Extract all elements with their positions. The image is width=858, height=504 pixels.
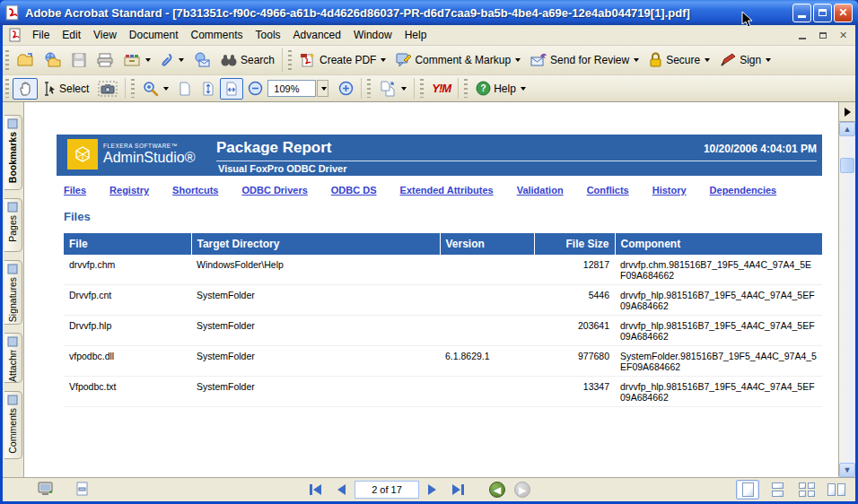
scrollbar-thumb[interactable] (840, 158, 854, 173)
last-page-button[interactable] (452, 484, 464, 495)
column-header-file: File (64, 233, 191, 255)
doc-close-button[interactable]: ✕ (836, 30, 850, 41)
report-nav-link[interactable]: ODBC DS (331, 185, 377, 196)
acrobat-window: Adobe Acrobat Standard - [7b31351c-f90c-… (0, 0, 858, 504)
fit-width-button[interactable] (220, 78, 243, 100)
actual-size-button[interactable] (173, 78, 197, 100)
document-pane[interactable]: FLEXERA SOFTWARE™ AdminStudio® Package R… (24, 102, 838, 477)
next-page-button[interactable] (428, 484, 436, 495)
zoom-level-input[interactable]: 109% (267, 80, 316, 97)
page-indicator-value: 2 of 17 (372, 484, 402, 495)
scrollbar-track[interactable] (839, 136, 855, 463)
create-pdf-icon (300, 52, 317, 68)
scroll-up-button[interactable]: ▲ (839, 122, 855, 136)
facing-layout-button[interactable] (825, 480, 848, 500)
single-page-layout-button[interactable] (736, 480, 759, 500)
column-header-version: Version (440, 233, 534, 255)
report-nav-link[interactable]: History (652, 185, 687, 196)
minimize-button[interactable] (792, 4, 811, 22)
toolbar-grip[interactable] (420, 79, 424, 97)
scroll-down-button[interactable]: ▼ (839, 463, 855, 477)
report-nav-link[interactable]: Shortcuts (172, 185, 218, 196)
zoom-out-button[interactable] (243, 78, 267, 99)
nav-tab-icon (7, 202, 18, 213)
search-button[interactable]: Search (215, 50, 279, 70)
save-button[interactable] (66, 49, 92, 71)
table-row: Drvvfp.cnt SystemFolder 5446 drvvfp_hlp.… (64, 285, 822, 316)
comment-markup-button[interactable]: Comment & Markup (390, 49, 525, 71)
toolbar-grip[interactable] (464, 79, 468, 97)
send-for-review-button[interactable]: Send for Review (525, 49, 644, 71)
menu-item[interactable]: Window (347, 26, 398, 44)
report-nav-link[interactable]: Validation (517, 185, 564, 196)
cell-component: drvvfp_hlp.981516B7_19F5_4A4C_97A4_5EF09… (615, 377, 822, 407)
menu-item[interactable]: Advanced (287, 26, 347, 44)
report-nav-link[interactable]: Extended Attributes (400, 185, 494, 196)
nav-panel-tab[interactable]: Pages (4, 198, 22, 252)
help-button[interactable]: ? Help (471, 78, 530, 99)
fit-page-button[interactable] (197, 78, 220, 100)
report-nav-link[interactable]: Dependencies (710, 185, 777, 196)
zoom-level-dropdown[interactable] (317, 80, 328, 97)
back-arrow-icon: ◀ (494, 485, 501, 495)
report-nav-link[interactable]: Conflicts (587, 185, 629, 196)
attach-button[interactable] (155, 49, 188, 71)
menu-item[interactable]: File (26, 26, 56, 44)
close-button[interactable]: ✕ (834, 4, 853, 22)
next-view-history-button[interactable]: ▶ (514, 482, 530, 498)
print-button[interactable] (92, 49, 118, 71)
page-indicator-input[interactable]: 2 of 17 (355, 481, 419, 499)
page-size-icon[interactable] (75, 482, 89, 497)
menu-item[interactable]: Tools (250, 26, 287, 44)
first-page-arrow-icon (313, 484, 321, 495)
menu-item[interactable]: Edit (56, 26, 87, 44)
toolbar-grip[interactable] (288, 50, 292, 70)
open-button[interactable] (13, 49, 39, 71)
nav-panel-tab[interactable]: Signatures (4, 260, 22, 325)
nav-panel-tab[interactable]: Comments (4, 391, 22, 459)
menu-item[interactable]: Help (398, 26, 433, 44)
create-pdf-button[interactable]: Create PDF (295, 49, 390, 71)
toolbar-grip[interactable] (131, 79, 135, 97)
files-table-header-row: File Target Directory Version File Size … (64, 233, 822, 255)
first-page-button[interactable] (310, 484, 321, 495)
acrobat-app-icon (5, 5, 21, 21)
cell-version (440, 316, 534, 346)
continuous-layout-button[interactable] (766, 480, 789, 500)
zoom-in-button[interactable] (334, 78, 358, 99)
pane-toggle-button[interactable] (839, 102, 855, 122)
toolbar-grip[interactable] (5, 79, 9, 97)
report-nav-link[interactable]: Registry (109, 185, 149, 196)
vertical-scrollbar[interactable]: ▲ ▼ (839, 122, 855, 477)
secure-button[interactable]: Secure (644, 49, 714, 71)
organizer-button[interactable] (118, 49, 155, 71)
nav-panel-tab[interactable]: Attachments (4, 333, 22, 383)
email-button[interactable] (188, 49, 215, 71)
select-tool-button[interactable]: Select (38, 79, 93, 99)
doc-minimize-button[interactable] (795, 30, 809, 41)
hand-tool-button[interactable] (13, 78, 38, 100)
previous-view-button[interactable] (374, 78, 411, 100)
nav-panel-tab[interactable]: Bookmarks (4, 115, 22, 190)
report-nav-link[interactable]: Files (64, 185, 86, 196)
restore-button[interactable] (813, 4, 832, 22)
menu-item[interactable]: View (87, 26, 123, 44)
scroll-down-icon: ▼ (844, 465, 852, 474)
yahoo-messenger-button[interactable]: Y!M (427, 79, 455, 98)
toolbar-grip[interactable] (367, 79, 371, 97)
snapshot-tool-button[interactable] (93, 78, 122, 100)
doc-restore-button[interactable] (816, 30, 829, 41)
menu-item[interactable]: Comments (185, 26, 250, 44)
previous-view-history-button[interactable]: ◀ (489, 482, 505, 498)
zoom-tool-button[interactable] (138, 78, 173, 100)
first-page-icon (310, 484, 312, 495)
open-web-button[interactable] (39, 49, 66, 71)
sign-button[interactable]: Sign (714, 49, 775, 71)
report-nav-link[interactable]: ODBC Drivers (241, 185, 307, 196)
continuous-facing-layout-button[interactable] (795, 480, 819, 500)
document-status-icon[interactable] (37, 482, 54, 497)
cell-version (440, 377, 534, 407)
menu-item[interactable]: Document (123, 26, 185, 44)
toolbar-grip[interactable] (5, 50, 9, 70)
previous-page-button[interactable] (337, 484, 346, 495)
